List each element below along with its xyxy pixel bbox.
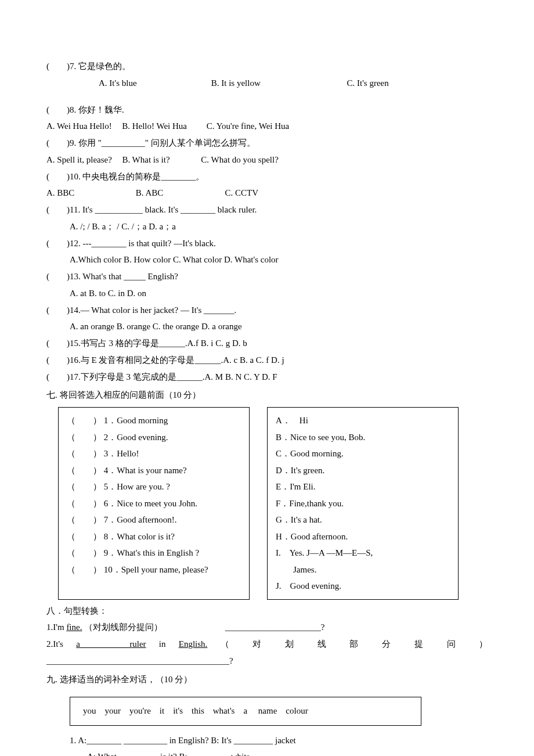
s8-q2-w11: 问 bbox=[447, 639, 466, 649]
q8-stem: ( )8. 你好！魏华. bbox=[46, 102, 488, 118]
match-q-6[interactable]: （ ） 6．Nice to meet you John. bbox=[67, 495, 241, 512]
match-q-4[interactable]: （ ） 4．What is your name? bbox=[67, 462, 241, 479]
match-a-j[interactable]: J. Good evening. bbox=[276, 578, 450, 595]
s8-q1-instr: （对划线部分提问） bbox=[84, 622, 163, 632]
match-q-8[interactable]: （ ） 8．What color is it? bbox=[67, 528, 241, 545]
q10-opt-b[interactable]: B. ABC bbox=[136, 185, 223, 201]
match-q-9[interactable]: （ ） 9．What's this in English ? bbox=[67, 545, 241, 561]
s8-q2-w6: 划 bbox=[285, 639, 304, 649]
q10-options: A. BBC B. ABC C. CCTV bbox=[46, 185, 488, 201]
q7-opt-b[interactable]: B. It is yellow bbox=[211, 75, 345, 92]
s8-q2-w4: （ bbox=[221, 639, 240, 649]
q13-stem: ( )13. What's that _____ English? bbox=[46, 269, 488, 285]
q11-stem: ( )11. It's ___________ black. It's ____… bbox=[46, 202, 488, 218]
match-q-2[interactable]: （ ） 2．Good evening. bbox=[67, 429, 241, 446]
match-a-f[interactable]: F．Fine,thank you. bbox=[276, 495, 450, 512]
s8-q2-w7: 线 bbox=[317, 639, 337, 649]
q9-stem: ( )9. 你用 "__________" 问别人某个单词怎么拼写。 bbox=[46, 135, 488, 152]
q7-opt-c[interactable]: C. It's green bbox=[347, 78, 389, 88]
q16[interactable]: ( )16.与 E 发音有相同之处的字母是______.A. c B. a C.… bbox=[46, 352, 488, 369]
q7-opt-a[interactable]: A. It's blue bbox=[99, 75, 209, 92]
section-7-title: 七. 将回答选入相应的问题前面（10 分） bbox=[46, 387, 488, 404]
match-q-7[interactable]: （ ） 7．Good afternoon!. bbox=[67, 512, 241, 528]
word-bank-box: you your you're it it's this what's a na… bbox=[70, 697, 421, 726]
match-a-i2: James. bbox=[276, 561, 450, 578]
q8-opt-c[interactable]: C. You're fine, Wei Hua bbox=[207, 118, 289, 135]
q10-opt-a[interactable]: A. BBC bbox=[46, 185, 134, 201]
match-a-i1[interactable]: I. Yes. J—A —M—E—S, bbox=[276, 545, 450, 561]
match-q-3[interactable]: （ ） 3．Hello! bbox=[67, 445, 241, 462]
s8-q2-w0: 2.It's bbox=[46, 639, 63, 649]
match-a-c[interactable]: C．Good morning. bbox=[276, 445, 450, 462]
s8-q2-w5: 对 bbox=[252, 639, 272, 649]
s8-q2-blank[interactable]: ________________________________________… bbox=[46, 653, 488, 669]
q10-opt-c[interactable]: C. CCTV bbox=[225, 188, 259, 197]
match-a-e[interactable]: E．I'm Eli. bbox=[276, 478, 450, 495]
q14-stem: ( )14.— What color is her jacket? — It's… bbox=[46, 303, 488, 319]
s8-q1-blank[interactable]: ______________________? bbox=[225, 622, 325, 632]
q12-stem: ( )12. ---________ is that quilt? —It's … bbox=[46, 236, 488, 252]
q8-opt-b[interactable]: B. Hello! Wei Hua bbox=[122, 118, 187, 135]
s8-q1-pre: 1.I'm bbox=[46, 622, 66, 632]
matching-questions-box: （ ） 1．Good morning （ ） 2．Good evening. （… bbox=[58, 407, 250, 600]
q8-options: A. Wei Hua Hello! B. Hello! Wei Hua C. Y… bbox=[46, 118, 488, 135]
q17[interactable]: ( )17.下列字母是 3 笔完成的是______.A. M B. N C. Y… bbox=[46, 369, 488, 386]
q9-opt-a[interactable]: A. Spell it, please? bbox=[46, 152, 112, 168]
s8-q2-w10: 提 bbox=[414, 639, 434, 649]
q7-options: A. It's blue B. It is yellow C. It's gre… bbox=[99, 75, 488, 92]
section-9-title: 九. 选择适当的词补全对话，（10 分） bbox=[46, 672, 488, 688]
q9-options: A. Spell it, please? B. What is it? C. W… bbox=[46, 152, 488, 168]
dialogue-1-a[interactable]: 1. A:________ __________ in English? B: … bbox=[70, 733, 488, 749]
s8-q2-w2: in bbox=[159, 639, 166, 649]
s8-q2-line1[interactable]: 2.It's a ruler in English. （ 对 划 线 部 分 提… bbox=[46, 636, 488, 653]
section-8-title: 八．句型转换： bbox=[46, 603, 488, 620]
match-a-a[interactable]: A． Hi bbox=[276, 412, 450, 429]
s8-q1-underlined: fine. bbox=[66, 622, 82, 632]
s8-q2-w3: English. bbox=[179, 639, 208, 649]
matching-answers-box: A． Hi B．Nice to see you, Bob. C．Good mor… bbox=[267, 407, 459, 600]
match-q-5[interactable]: （ ） 5．How are you. ? bbox=[67, 478, 241, 495]
q10-stem: ( )10. 中央电视台的简称是________。 bbox=[46, 169, 488, 185]
q11-options[interactable]: A. /; / B. a； / C. /；a D. a；a bbox=[70, 219, 488, 235]
match-q-10[interactable]: （ ） 10．Spell your name, please? bbox=[67, 561, 241, 578]
s8-q2-underlined: a ruler bbox=[76, 639, 146, 649]
match-a-b[interactable]: B．Nice to see you, Bob. bbox=[276, 429, 450, 446]
q15[interactable]: ( )15.书写占 3 格的字母是______.A.f B. i C. g D.… bbox=[46, 336, 488, 352]
q12-options[interactable]: A.Which color B. How color C. What color… bbox=[70, 252, 488, 268]
q7-stem: ( )7. 它是绿色的。 bbox=[46, 59, 488, 75]
s8-q2-w8: 部 bbox=[349, 639, 369, 649]
match-q-1[interactable]: （ ） 1．Good morning bbox=[67, 412, 241, 429]
match-a-d[interactable]: D．It's green. bbox=[276, 462, 450, 479]
q13-options[interactable]: A. at B. to C. in D. on bbox=[70, 286, 488, 302]
s8-q1[interactable]: 1.I'm fine. （对划线部分提问） __________________… bbox=[46, 620, 488, 636]
s8-q2-w12: ） bbox=[479, 639, 488, 649]
match-a-h[interactable]: H．Good afternoon. bbox=[276, 528, 450, 545]
match-a-g[interactable]: G．It's a hat. bbox=[276, 512, 450, 528]
q14-options[interactable]: A. an orange B. orange C. the orange D. … bbox=[70, 319, 488, 335]
s8-q2-w9: 分 bbox=[382, 639, 401, 649]
matching-container: （ ） 1．Good morning （ ） 2．Good evening. （… bbox=[46, 407, 488, 600]
q9-opt-b[interactable]: B. What is it? bbox=[122, 152, 169, 168]
q9-opt-c[interactable]: C. What do you spell? bbox=[201, 152, 278, 168]
q8-opt-a[interactable]: A. Wei Hua Hello! bbox=[46, 118, 112, 135]
dialogue-1-b[interactable]: A: What _________ is it? B: _________ wh… bbox=[87, 749, 488, 756]
word-bank-text: you your you're it it's this what's a na… bbox=[83, 706, 308, 715]
